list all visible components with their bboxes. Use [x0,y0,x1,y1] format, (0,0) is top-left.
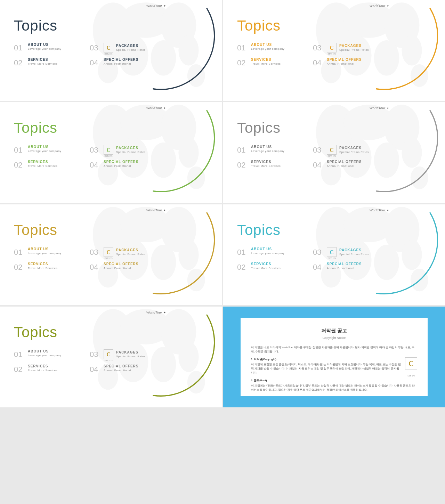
menu-title: PACKAGES [339,44,369,48]
menu-content: SPECIAL OFFERSAnnual Promotional [104,262,139,270]
svg-point-21 [178,138,199,168]
menu-content: CEST. 175PACKAGESSpecial Promo Rates [327,43,369,52]
menu-number: 01 [237,146,248,155]
menu-subtitle: Leverage your company [28,354,61,357]
menu-title: SPECIAL OFFERS [104,262,139,266]
menu-title: PACKAGES [116,44,146,48]
menu-content: SPECIAL OFFERSAnnual Promotional [104,160,139,168]
menu-number: 01 [14,43,24,52]
svg-point-15 [410,64,428,87]
menu-title: ABOUT US [28,349,61,353]
menu-subtitle: Annual Promotional [104,369,139,372]
menu-title: SERVICES [251,58,281,62]
svg-point-7 [187,64,205,87]
menu-content: CEST. 175PACKAGESSpecial Promo Rates [327,145,369,155]
topics-heading: Topics [237,120,435,136]
menu-item: 01ABOUT USLeverage your company [237,247,309,257]
menu-content: CEST. 175PACKAGESSpecial Promo Rates [104,349,146,359]
menu-number: 02 [237,58,248,67]
menu-grid: 01ABOUT USLeverage your company03CEST. 1… [237,247,385,272]
menu-item: 02SERVICESTravel More Services [14,262,86,272]
menu-title: SPECIAL OFFERS [104,160,139,164]
menu-title: ABOUT US [28,43,61,47]
svg-point-29 [402,138,422,168]
menu-number: 04 [313,161,323,170]
logo: WorldTour ✦ [146,4,166,8]
menu-content: ABOUT USLeverage your company [28,145,61,153]
menu-number: 03 [90,350,100,359]
menu-subtitle: Leverage your company [28,47,61,50]
topics-heading: Topics [14,120,211,136]
menu-subtitle: Special Promo Rates [339,151,369,154]
menu-item: 01ABOUT USLeverage your company [14,247,86,257]
topics-heading: Topics [14,17,211,34]
menu-title: SERVICES [251,262,281,266]
menu-number: 03 [90,146,100,155]
svg-point-47 [410,269,428,291]
copyright-section-2: 2. 폰트(Font) : 이 파일에는 다양한 폰트가 사용되었습니다. 일부… [251,379,417,392]
menu-number: 04 [90,161,100,170]
menu-subtitle: Annual Promotional [327,164,362,168]
menu-subtitle: Travel More Services [28,62,57,65]
svg-point-39 [187,269,205,291]
menu-number: 03 [313,146,323,155]
menu-title: SPECIAL OFFERS [104,364,139,368]
slide-4: WorldTour ✦Topics01ABOUT USLeverage your… [223,102,445,203]
menu-content: SERVICESTravel More Services [251,58,281,65]
menu-number: 04 [90,58,100,67]
menu-content: SERVICESTravel More Services [251,262,281,270]
menu-item: 03CEST. 175PACKAGESSpecial Promo Rates [313,247,385,257]
menu-title: ABOUT US [251,247,284,251]
menu-item: 02SERVICESTravel More Services [237,58,309,67]
menu-subtitle: Travel More Services [28,267,57,270]
menu-subtitle: Travel More Services [28,369,57,372]
menu-subtitle: Annual Promotional [104,267,139,270]
menu-number: 02 [14,365,24,374]
menu-title: SERVICES [28,262,57,266]
menu-subtitle: Travel More Services [251,62,281,65]
menu-number: 04 [313,58,323,67]
menu-subtitle: Leverage your company [251,149,284,153]
menu-content: ABOUT USLeverage your company [28,43,61,50]
menu-title: SERVICES [28,160,57,164]
menu-number: 02 [237,263,248,272]
menu-content: SPECIAL OFFERSAnnual Promotional [327,160,362,168]
menu-title: SERVICES [28,58,57,62]
menu-title: ABOUT US [28,145,61,149]
menu-content: ABOUT USLeverage your company [28,349,61,357]
menu-subtitle: Travel More Services [251,164,281,168]
slide-6: WorldTour ✦Topics01ABOUT USLeverage your… [223,204,445,305]
menu-title: PACKAGES [116,146,146,150]
menu-number: 03 [90,248,100,257]
menu-content: SERVICESTravel More Services [28,160,57,168]
menu-number: 01 [237,43,248,52]
menu-content: CEST. 175PACKAGESSpecial Promo Rates [327,247,369,257]
menu-number: 01 [14,350,24,359]
menu-subtitle: Annual Promotional [104,62,139,65]
menu-title: PACKAGES [339,248,369,252]
menu-content: SPECIAL OFFERSAnnual Promotional [104,58,139,65]
menu-title: PACKAGES [116,248,146,252]
menu-title: SPECIAL OFFERS [327,58,362,62]
menu-item: 02SERVICESTravel More Services [14,364,86,374]
section-body-1: 이 파일에 포함된 모든 콘텐츠(이미지, 텍스트, 레이아웃 등)는 저작권법… [251,363,417,375]
menu-grid: 01ABOUT USLeverage your company03CEST. 1… [14,145,162,170]
svg-point-45 [402,240,422,270]
menu-title: ABOUT US [251,43,284,47]
slide-5: WorldTour ✦Topics01ABOUT USLeverage your… [0,204,222,305]
menu-content: SERVICESTravel More Services [28,58,57,65]
menu-number: 02 [14,263,24,272]
section-title-2: 2. 폰트(Font) : [251,379,417,383]
logo: WorldTour ✦ [146,209,166,212]
menu-content: SPECIAL OFFERSAnnual Promotional [104,364,139,372]
menu-item: 02SERVICESTravel More Services [14,160,86,170]
copyright-section-1: 1. 저작권(Copyright) : 이 파일에 포함된 모든 콘텐츠(이미지… [251,357,417,375]
logo: WorldTour ✦ [370,4,389,8]
menu-item: 03CEST. 175PACKAGESSpecial Promo Rates [90,247,162,257]
svg-point-13 [402,35,422,66]
menu-item: 04SPECIAL OFFERSAnnual Promotional [90,160,162,170]
menu-subtitle: Special Promo Rates [116,48,146,51]
menu-number: 04 [90,263,100,272]
menu-title: SPECIAL OFFERS [104,58,139,62]
menu-number: 03 [90,43,100,52]
